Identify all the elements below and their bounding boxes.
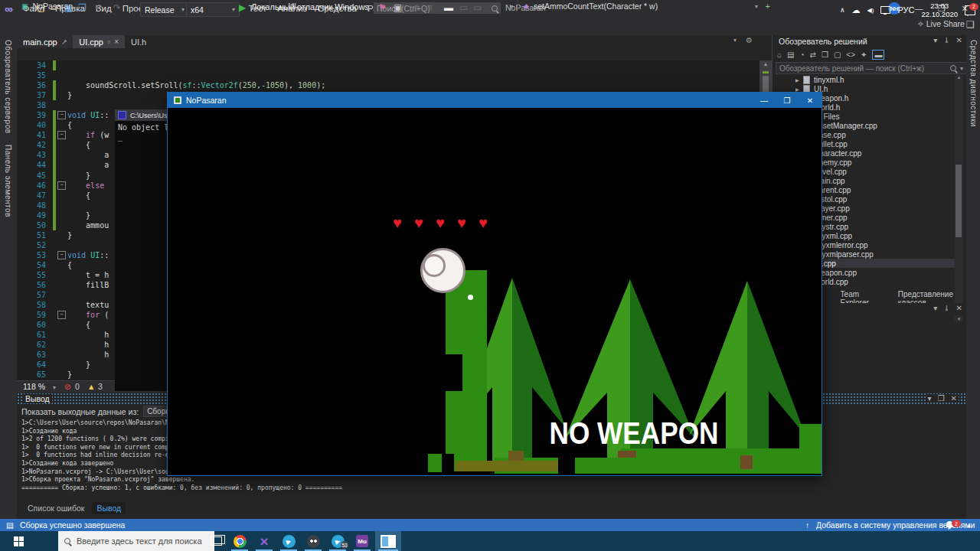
taskbar-search-input[interactable]: Введите здесь текст для поиска xyxy=(58,531,214,551)
window-position-icon[interactable]: ▾ xyxy=(928,394,932,403)
switch-views-icon[interactable]: ▤ xyxy=(787,51,794,59)
member-dropdown[interactable]: ◆ setAmmoCountText(Character * w) ▾ + xyxy=(518,0,772,12)
output-source-label: Показать выходные данные из: xyxy=(21,407,139,416)
view-code-icon[interactable]: <> xyxy=(846,51,855,59)
tab-error-list[interactable]: Список ошибок xyxy=(23,502,89,514)
action-center-icon[interactable]: 2 xyxy=(965,5,975,15)
task-view-icon xyxy=(211,536,222,546)
tree-item-label: tinyxmlparser.cpp xyxy=(814,250,874,259)
window-position-icon[interactable]: ▾ xyxy=(933,304,937,312)
pin-icon[interactable]: ⊸ xyxy=(942,305,951,311)
fold-toggle-icon[interactable]: − xyxy=(57,251,66,259)
solution-search-input[interactable]: Обозреватель решений — поиск (Ctrl+ж) ▾ xyxy=(776,62,967,74)
code-line[interactable]: 35 xyxy=(17,70,760,80)
warnings-count: 3 xyxy=(98,382,103,391)
chevron-up-icon[interactable]: ▲ xyxy=(966,523,972,528)
split-plus-icon[interactable]: + xyxy=(766,2,770,11)
dirt-olive-patch xyxy=(456,461,558,471)
project-dropdown[interactable]: ▣ NoPasaran ▾ xyxy=(17,0,270,12)
code-line[interactable]: 34 xyxy=(17,60,760,70)
navigate-back-icon[interactable]: ← xyxy=(6,2,15,13)
taskbar-chrome-button[interactable] xyxy=(228,531,251,551)
cmd-icon xyxy=(118,111,126,119)
code-text: h xyxy=(67,331,109,339)
vcs-up-icon[interactable]: ↑ xyxy=(805,520,809,530)
live-share-button[interactable]: ✧ Live Share xyxy=(917,19,965,28)
scroll-up-icon[interactable]: ▲ xyxy=(760,60,772,68)
scroll-thumb[interactable] xyxy=(956,165,962,237)
game-app-icon xyxy=(174,96,181,104)
taskbar-discord-button[interactable] xyxy=(302,531,325,551)
server-explorer-tab[interactable]: Обозреватель серверов xyxy=(4,40,12,134)
language-indicator[interactable]: РУС xyxy=(897,5,914,15)
pin-icon[interactable]: ⊸ xyxy=(59,37,68,46)
toolbox-tab[interactable]: Панель элементов xyxy=(4,145,12,217)
sync-icon[interactable]: ⇄ xyxy=(810,51,816,59)
network-icon[interactable] xyxy=(880,6,890,14)
tree-item-tinyxml.h[interactable]: ▶tinyxml.h xyxy=(773,75,955,84)
tab-list-chevron-icon[interactable]: ▾ xyxy=(733,37,737,44)
taskbar-telegram-button[interactable]: ▶ xyxy=(277,531,300,551)
scope-dropdown[interactable]: → UI ▾ xyxy=(270,0,518,12)
fold-toggle-icon[interactable]: − xyxy=(57,131,66,139)
feedback-icon[interactable]: ❑ xyxy=(966,19,975,30)
action-center-badge: 2 xyxy=(969,3,978,11)
tab-output[interactable]: Вывод xyxy=(92,502,126,514)
tab-ui-cpp[interactable]: UI.cpp ○ × xyxy=(73,35,125,48)
tab-label: UI.cpp xyxy=(79,37,103,47)
code-text: void UI:: xyxy=(67,111,109,119)
line-number: 57 xyxy=(17,291,46,299)
properties-icon[interactable]: ✦ xyxy=(861,51,867,59)
collapsed-arrow-icon[interactable]: ▶ xyxy=(795,86,803,92)
tray-expand-icon[interactable]: ∧ xyxy=(840,6,845,14)
tab-ui-h[interactable]: UI.h xyxy=(125,35,152,48)
home-icon[interactable]: ⌂ xyxy=(777,51,782,59)
active-window-icon xyxy=(381,535,396,548)
game-minimize-button[interactable]: — xyxy=(753,93,776,108)
taskbar-visual-studio-button[interactable]: × xyxy=(253,531,276,551)
pin-icon[interactable]: ❐ xyxy=(938,394,945,403)
close-icon[interactable]: ✕ xyxy=(951,394,957,403)
line-number: 54 xyxy=(17,261,46,269)
pending-changes-icon[interactable]: ◔ xyxy=(800,51,805,59)
volume-icon[interactable]: ◀) xyxy=(867,7,874,14)
solution-explorer-header[interactable]: Обозреватель решений ▾ ⊸ ✕ xyxy=(773,35,967,47)
close-icon[interactable]: ✕ xyxy=(956,36,962,44)
game-window[interactable]: NoPasaran — ❐ ✕ ♥♥♥♥♥ NO WEAPON xyxy=(167,92,822,476)
code-line[interactable]: 36 soundScroll.setSroll(sf::Vector2f(250… xyxy=(17,80,760,90)
show-all-files-icon[interactable]: ▢ xyxy=(834,51,841,59)
line-number: 58 xyxy=(17,301,46,309)
fold-toggle-icon[interactable]: − xyxy=(57,181,66,190)
tab-main-cpp[interactable]: main.cpp ⊸ xyxy=(17,35,73,48)
taskbar-clock[interactable]: 23:03 22.10.2020 xyxy=(921,2,958,18)
window-position-icon[interactable]: ▾ xyxy=(933,36,937,44)
change-bar xyxy=(53,320,56,330)
gear-icon[interactable]: ⚙ xyxy=(746,36,753,44)
collapse-all-icon[interactable]: ▬ xyxy=(872,50,884,60)
game-close-button[interactable]: ✕ xyxy=(799,93,822,108)
warnings-icon[interactable]: ▲ xyxy=(87,382,95,391)
game-maximize-button[interactable]: ❐ xyxy=(776,93,799,108)
scroll-down-icon[interactable]: ▼ xyxy=(955,317,963,321)
zoom-level[interactable]: 118 % xyxy=(23,382,45,391)
close-tab-icon[interactable]: × xyxy=(114,37,119,46)
close-icon[interactable]: ✕ xyxy=(956,304,962,312)
diagnostic-tools-tab[interactable]: Средства диагностики xyxy=(969,40,978,127)
task-view-button[interactable] xyxy=(205,531,227,551)
pin-icon[interactable]: ⊸ xyxy=(942,37,951,43)
refresh-icon[interactable]: ❐ xyxy=(822,51,828,59)
fold-toggle-icon[interactable]: − xyxy=(57,311,66,319)
fold-toggle-icon[interactable]: − xyxy=(57,111,66,119)
errors-icon[interactable]: ⊘ xyxy=(64,382,71,391)
game-title-bar[interactable]: NoPasaran xyxy=(168,93,822,108)
scroll-up-icon[interactable]: ▲ xyxy=(955,75,963,80)
onedrive-cloud-icon[interactable]: ☁ xyxy=(852,5,861,15)
taskbar-active-window-button[interactable] xyxy=(375,531,401,551)
right-tool-strip: Средства диагностики xyxy=(966,35,980,519)
start-button[interactable] xyxy=(0,531,37,551)
collapsed-arrow-icon[interactable]: ▶ xyxy=(795,77,803,83)
solution-scrollbar[interactable]: ▲ ▼ xyxy=(955,75,963,321)
taskbar-music-app-button[interactable]: Mu xyxy=(351,531,374,551)
taskbar-telegram2-button[interactable]: ▶53 xyxy=(326,531,349,551)
heart-icon: ♥ xyxy=(436,214,445,232)
